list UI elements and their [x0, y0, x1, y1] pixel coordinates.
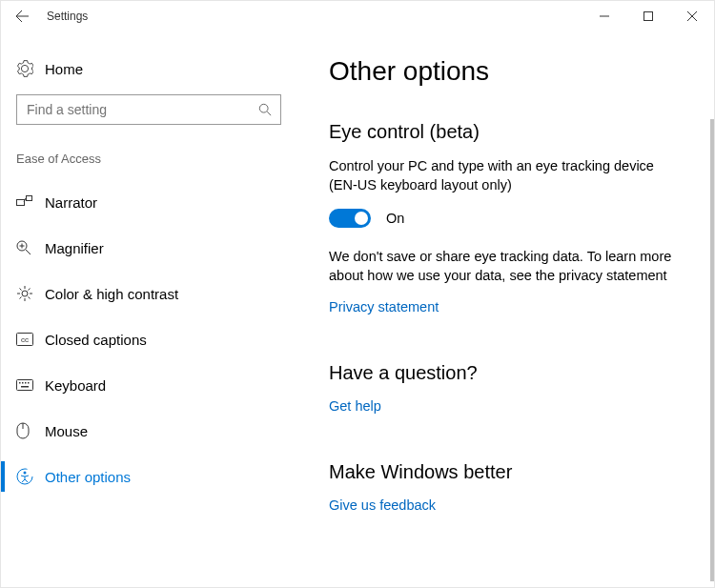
svg-text:cc: cc — [21, 335, 29, 344]
svg-rect-3 — [27, 196, 32, 201]
close-button[interactable] — [670, 1, 714, 31]
sidebar-item-other-options[interactable]: Other options — [1, 454, 296, 499]
svg-rect-10 — [22, 382, 24, 384]
sidebar-item-label: Other options — [45, 469, 131, 485]
question-heading: Have a question? — [329, 362, 682, 384]
eye-control-toggle[interactable] — [329, 209, 371, 228]
scrollbar[interactable] — [710, 119, 714, 581]
back-button[interactable] — [1, 1, 43, 31]
privacy-statement-link[interactable]: Privacy statement — [329, 299, 439, 314]
sidebar-item-label: Mouse — [45, 423, 88, 439]
svg-rect-12 — [28, 382, 30, 384]
svg-rect-0 — [644, 12, 653, 21]
home-label: Home — [45, 61, 83, 77]
arrow-left-icon — [14, 9, 30, 24]
sidebar-item-label: Narrator — [45, 194, 97, 211]
svg-rect-2 — [17, 200, 25, 206]
sidebar-item-closed-captions[interactable]: cc Closed captions — [1, 316, 296, 362]
svg-rect-13 — [21, 386, 29, 388]
home-button[interactable]: Home — [1, 60, 296, 94]
sidebar-item-narrator[interactable]: Narrator — [1, 179, 296, 225]
gear-icon — [16, 60, 45, 77]
window-controls — [582, 1, 714, 31]
magnifier-icon — [16, 240, 45, 255]
minimize-button[interactable] — [582, 1, 626, 31]
mouse-icon — [16, 422, 45, 439]
get-help-link[interactable]: Get help — [329, 398, 381, 414]
svg-point-5 — [22, 291, 28, 296]
titlebar: Settings — [1, 1, 714, 31]
search-box — [16, 94, 281, 125]
feedback-heading: Make Windows better — [329, 461, 682, 483]
sidebar-item-label: Closed captions — [45, 332, 147, 348]
eye-control-toggle-row: On — [329, 209, 682, 228]
sidebar-item-keyboard[interactable]: Keyboard — [1, 362, 296, 408]
sidebar-item-label: Color & high contrast — [45, 286, 178, 302]
svg-point-16 — [24, 472, 27, 475]
close-icon — [687, 11, 697, 21]
give-feedback-link[interactable]: Give us feedback — [329, 497, 436, 513]
window-title: Settings — [47, 10, 88, 23]
sidebar-item-mouse[interactable]: Mouse — [1, 408, 296, 454]
page-title: Other options — [329, 56, 682, 87]
svg-rect-9 — [19, 382, 21, 384]
svg-rect-11 — [25, 382, 27, 384]
sidebar-item-label: Keyboard — [45, 377, 106, 394]
keyboard-icon — [16, 379, 45, 391]
search-input[interactable] — [16, 94, 281, 125]
eye-control-heading: Eye control (beta) — [329, 121, 682, 143]
brightness-icon — [16, 285, 45, 302]
maximize-button[interactable] — [626, 1, 670, 31]
maximize-icon — [644, 11, 653, 21]
closed-captions-icon: cc — [16, 333, 45, 346]
narrator-icon — [16, 195, 45, 209]
sidebar-item-label: Magnifier — [45, 240, 104, 256]
sidebar-item-color-high-contrast[interactable]: Color & high contrast — [1, 271, 296, 316]
svg-rect-8 — [17, 380, 33, 391]
main-pane: Other options Eye control (beta) Control… — [296, 31, 714, 587]
minimize-icon — [600, 11, 609, 21]
category-label: Ease of Access — [1, 152, 296, 179]
eye-control-description: Control your PC and type with an eye tra… — [329, 156, 682, 195]
sidebar-item-magnifier[interactable]: Magnifier — [1, 225, 296, 271]
privacy-text: We don't save or share eye tracking data… — [329, 247, 682, 286]
toggle-state-label: On — [386, 211, 404, 226]
accessibility-icon — [16, 468, 45, 485]
sidebar: Home Ease of Access Narrator Magnifier — [1, 31, 296, 587]
